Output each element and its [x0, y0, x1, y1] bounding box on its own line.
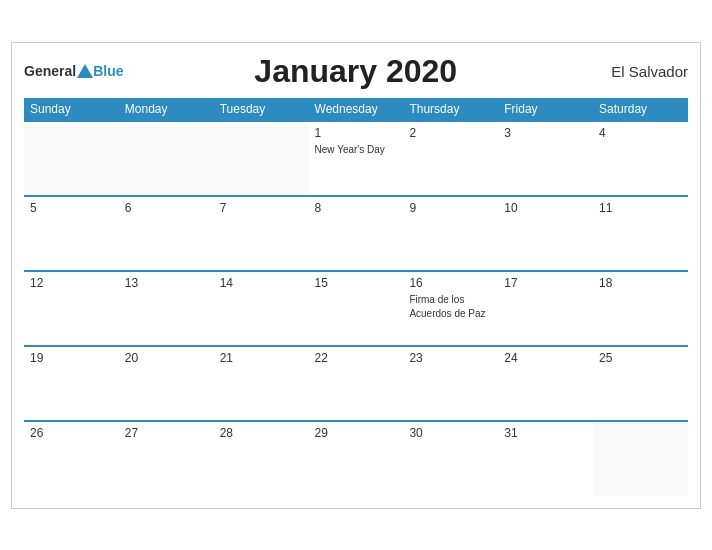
logo: General Blue: [24, 64, 123, 78]
calendar-header: General Blue January 2020 El Salvador: [24, 53, 688, 90]
day-number: 9: [409, 201, 492, 215]
day-number: 28: [220, 426, 303, 440]
day-cell: 17: [498, 271, 593, 346]
day-number: 8: [315, 201, 398, 215]
calendar-title: January 2020: [123, 53, 588, 90]
holiday-label: New Year's Day: [315, 144, 385, 155]
calendar-country: El Salvador: [588, 63, 688, 80]
weekday-header-thursday: Thursday: [403, 98, 498, 121]
day-number: 15: [315, 276, 398, 290]
day-cell: 1New Year's Day: [309, 121, 404, 196]
day-number: 16: [409, 276, 492, 290]
day-number: 3: [504, 126, 587, 140]
day-number: 6: [125, 201, 208, 215]
day-cell: 3: [498, 121, 593, 196]
weekday-header-saturday: Saturday: [593, 98, 688, 121]
day-cell: [119, 121, 214, 196]
day-number: 11: [599, 201, 682, 215]
day-cell: 28: [214, 421, 309, 496]
day-number: 12: [30, 276, 113, 290]
day-cell: 6: [119, 196, 214, 271]
day-cell: 29: [309, 421, 404, 496]
week-row-2: 567891011: [24, 196, 688, 271]
day-number: 18: [599, 276, 682, 290]
weekday-header-friday: Friday: [498, 98, 593, 121]
calendar: General Blue January 2020 El Salvador Su…: [11, 42, 701, 509]
day-number: 27: [125, 426, 208, 440]
day-cell: 11: [593, 196, 688, 271]
day-cell: 26: [24, 421, 119, 496]
day-cell: 24: [498, 346, 593, 421]
day-cell: 8: [309, 196, 404, 271]
week-row-5: 262728293031: [24, 421, 688, 496]
day-cell: 10: [498, 196, 593, 271]
day-number: 21: [220, 351, 303, 365]
weekday-header-sunday: Sunday: [24, 98, 119, 121]
day-cell: [593, 421, 688, 496]
day-cell: 7: [214, 196, 309, 271]
day-cell: 21: [214, 346, 309, 421]
holiday-label: Firma de los Acuerdos de Paz: [409, 294, 485, 319]
day-number: 14: [220, 276, 303, 290]
day-number: 4: [599, 126, 682, 140]
day-cell: 25: [593, 346, 688, 421]
day-number: 29: [315, 426, 398, 440]
day-cell: 15: [309, 271, 404, 346]
day-cell: 31: [498, 421, 593, 496]
day-number: 22: [315, 351, 398, 365]
day-number: 5: [30, 201, 113, 215]
day-number: 25: [599, 351, 682, 365]
day-number: 31: [504, 426, 587, 440]
day-cell: 14: [214, 271, 309, 346]
weekday-header-wednesday: Wednesday: [309, 98, 404, 121]
day-cell: 9: [403, 196, 498, 271]
day-number: 7: [220, 201, 303, 215]
day-number: 19: [30, 351, 113, 365]
day-number: 17: [504, 276, 587, 290]
day-number: 13: [125, 276, 208, 290]
day-cell: 4: [593, 121, 688, 196]
day-cell: 16Firma de los Acuerdos de Paz: [403, 271, 498, 346]
logo-blue-text: Blue: [93, 64, 123, 78]
day-number: 1: [315, 126, 398, 140]
day-cell: 22: [309, 346, 404, 421]
day-cell: 30: [403, 421, 498, 496]
day-cell: 27: [119, 421, 214, 496]
weekday-header-monday: Monday: [119, 98, 214, 121]
day-cell: 23: [403, 346, 498, 421]
calendar-grid: SundayMondayTuesdayWednesdayThursdayFrid…: [24, 98, 688, 496]
week-row-1: 1New Year's Day234: [24, 121, 688, 196]
day-cell: 20: [119, 346, 214, 421]
day-number: 23: [409, 351, 492, 365]
day-number: 10: [504, 201, 587, 215]
week-row-4: 19202122232425: [24, 346, 688, 421]
day-cell: 12: [24, 271, 119, 346]
logo-triangle-icon: [77, 64, 93, 78]
week-row-3: 1213141516Firma de los Acuerdos de Paz17…: [24, 271, 688, 346]
day-cell: 2: [403, 121, 498, 196]
weekday-header-tuesday: Tuesday: [214, 98, 309, 121]
day-number: 30: [409, 426, 492, 440]
weekday-header-row: SundayMondayTuesdayWednesdayThursdayFrid…: [24, 98, 688, 121]
day-number: 2: [409, 126, 492, 140]
day-number: 24: [504, 351, 587, 365]
day-cell: 19: [24, 346, 119, 421]
day-cell: 18: [593, 271, 688, 346]
day-cell: 5: [24, 196, 119, 271]
day-cell: 13: [119, 271, 214, 346]
logo-general-text: General: [24, 64, 76, 78]
day-number: 26: [30, 426, 113, 440]
day-cell: [214, 121, 309, 196]
day-number: 20: [125, 351, 208, 365]
day-cell: [24, 121, 119, 196]
